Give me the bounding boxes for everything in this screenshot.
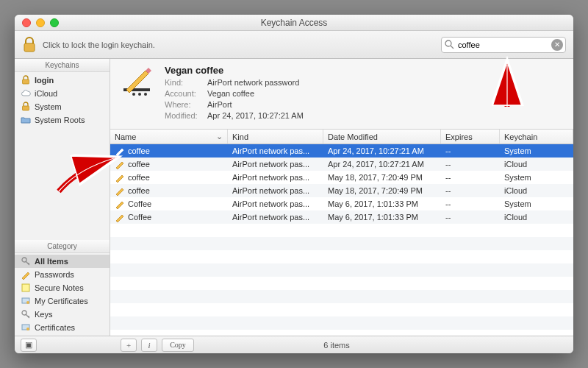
clear-search-button[interactable]: ✕: [551, 39, 563, 51]
col-kind[interactable]: Kind: [228, 130, 323, 144]
category-label: Certificates: [35, 323, 75, 332]
svg-point-13: [132, 93, 135, 96]
where-value: AirPort: [207, 99, 232, 110]
svg-rect-4: [23, 106, 29, 110]
row-date: May 6, 2017, 1:01:33 PM: [323, 213, 441, 222]
pencil-icon: [115, 199, 125, 209]
svg-point-14: [138, 93, 141, 96]
pencil-icon: [115, 146, 125, 156]
row-expires: --: [441, 186, 500, 195]
row-date: May 6, 2017, 1:01:33 PM: [323, 199, 441, 208]
row-name: coffee: [128, 173, 150, 182]
add-item-button[interactable]: +: [121, 339, 137, 352]
category-list: All ItemsPasswordsSecure NotesMy Certifi…: [15, 253, 110, 336]
row-name: coffee: [128, 160, 150, 169]
copy-button[interactable]: Copy: [162, 339, 194, 352]
col-name[interactable]: Name⌄: [110, 130, 228, 144]
note-icon: [21, 283, 31, 293]
search-icon: [445, 40, 454, 51]
table-row[interactable]: CoffeeAirPort network pas...May 6, 2017,…: [110, 197, 573, 210]
lock-hint-text: Click to lock the login keychain.: [43, 40, 435, 49]
sidebar: Keychains loginiCloudSystemSystem Roots …: [15, 59, 110, 336]
keychain-label: System: [35, 102, 62, 111]
lock-small-orange-icon: [21, 75, 31, 85]
pencil-icon: [115, 172, 125, 183]
row-keychain: System: [500, 173, 573, 182]
row-expires: --: [441, 199, 500, 208]
where-label: Where:: [165, 99, 204, 110]
sort-indicator-icon: ⌄: [216, 132, 223, 141]
keychain-item-login[interactable]: login: [15, 74, 110, 87]
col-keychain[interactable]: Keychain: [500, 130, 573, 144]
category-item-my-certificates[interactable]: My Certificates: [15, 294, 110, 308]
category-item-all-items[interactable]: All Items: [15, 255, 110, 268]
keychain-item-icloud[interactable]: iCloud: [15, 87, 110, 100]
category-item-secure-notes[interactable]: Secure Notes: [15, 281, 110, 294]
pencil-icon: [21, 269, 31, 280]
table-row[interactable]: coffeeAirPort network pas...Apr 24, 2017…: [110, 158, 573, 171]
category-label: All Items: [35, 257, 68, 266]
account-label: Account:: [165, 88, 204, 99]
item-detail-pane: Vegan coffee Kind:AirPort network passwo…: [110, 59, 573, 130]
category-label: Passwords: [35, 270, 74, 279]
svg-point-15: [144, 93, 147, 96]
search-field[interactable]: ✕: [441, 37, 566, 53]
keychain-access-window: Keychain Access Click to lock the login …: [15, 15, 573, 353]
keychain-item-system[interactable]: System: [15, 100, 110, 113]
table-row[interactable]: CoffeeAirPort network pas...May 6, 2017,…: [110, 210, 573, 224]
table-body: coffeeAirPort network pas...Apr 24, 2017…: [110, 144, 573, 336]
sidebar-toggle-button[interactable]: ▣: [21, 339, 37, 352]
lock-keychain-button[interactable]: [22, 37, 37, 53]
row-date: May 18, 2017, 7:20:49 PM: [323, 186, 441, 195]
row-name: coffee: [128, 146, 150, 155]
item-title: Vegan coffee: [165, 65, 304, 76]
svg-point-11: [26, 328, 29, 330]
category-item-passwords[interactable]: Passwords: [15, 268, 110, 281]
body: Keychains loginiCloudSystemSystem Roots …: [15, 59, 573, 336]
table-row[interactable]: coffeeAirPort network pas...May 18, 2017…: [110, 184, 573, 197]
key-icon: [21, 309, 31, 319]
svg-point-8: [26, 301, 29, 304]
account-value: Vegan coffee: [207, 88, 254, 99]
folder-icon: [21, 115, 31, 125]
category-label: My Certificates: [35, 297, 88, 305]
row-kind: AirPort network pas...: [228, 213, 323, 222]
info-button[interactable]: i: [141, 339, 157, 352]
row-date: Apr 24, 2017, 10:27:21 AM: [323, 160, 441, 169]
row-expires: --: [441, 173, 500, 182]
row-kind: AirPort network pas...: [228, 173, 323, 182]
row-keychain: System: [500, 146, 573, 155]
item-count: 6 items: [198, 341, 475, 350]
modified-label: Modified:: [165, 110, 204, 121]
row-name: coffee: [128, 186, 150, 195]
svg-rect-3: [23, 79, 29, 84]
pencil-icon: [115, 212, 125, 222]
row-kind: AirPort network pas...: [228, 146, 323, 155]
col-expires[interactable]: Expires: [441, 130, 500, 144]
search-input[interactable]: [441, 37, 566, 53]
table-row[interactable]: coffeeAirPort network pas...May 18, 2017…: [110, 171, 573, 184]
row-keychain: System: [500, 199, 573, 208]
item-type-icon: [119, 65, 154, 100]
category-item-keys[interactable]: Keys: [15, 308, 110, 321]
table-header: Name⌄ Kind Date Modified Expires Keychai…: [110, 130, 573, 144]
modified-value: Apr 24, 2017, 10:27:21 AM: [207, 110, 304, 121]
row-date: May 18, 2017, 7:20:49 PM: [323, 173, 441, 182]
col-date-modified[interactable]: Date Modified: [323, 130, 441, 144]
cloud-icon: [21, 88, 31, 99]
keychain-label: login: [35, 76, 54, 85]
pencil-icon: [115, 159, 125, 169]
status-bar: ▣ + i Copy 6 items: [15, 336, 573, 353]
svg-rect-6: [22, 284, 29, 291]
toolbar: Click to lock the login keychain. ✕: [15, 31, 573, 59]
row-expires: --: [441, 213, 500, 222]
table-row[interactable]: coffeeAirPort network pas...Apr 24, 2017…: [110, 144, 573, 158]
category-label: Keys: [35, 310, 52, 319]
cert-icon: [21, 322, 31, 333]
keychain-item-system-roots[interactable]: System Roots: [15, 113, 110, 127]
category-item-certificates[interactable]: Certificates: [15, 321, 110, 334]
row-keychain: iCloud: [500, 186, 573, 195]
keychains-list: loginiCloudSystemSystem Roots: [15, 72, 110, 128]
keychain-label: iCloud: [35, 89, 57, 98]
row-keychain: iCloud: [500, 213, 573, 222]
